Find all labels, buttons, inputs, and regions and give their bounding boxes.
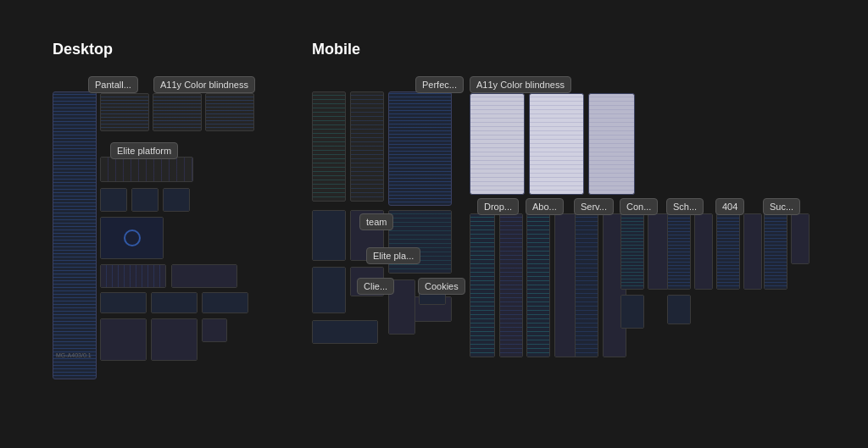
badge-cookies: Cookies (418, 278, 465, 295)
sch-frame-3 (667, 295, 691, 324)
con-frame-3 (620, 295, 644, 329)
serv-frame-1 (575, 213, 598, 357)
badge-abo: Abo... (526, 198, 564, 215)
mobile-frame-3 (312, 210, 346, 261)
desktop-frame-8 (100, 217, 164, 259)
desktop-frame-label: MG-A403/0.1 (56, 352, 92, 358)
badge-elite-mobile: Elite pla... (366, 247, 420, 264)
badge-desktop-a11y: A11y Color blindness (153, 76, 255, 93)
badge-perfec: Perfec... (415, 76, 464, 93)
badge-elite-desktop: Elite platform (110, 142, 178, 159)
badge-suc: Suc... (763, 198, 800, 215)
mobile-label: Mobile (312, 41, 360, 58)
a11y-frame-3 (588, 93, 635, 195)
a11y-frame-1 (470, 93, 525, 195)
desktop-frame-2 (153, 93, 202, 131)
mobile-frame-5 (312, 267, 346, 313)
con-frame-1 (620, 213, 644, 290)
abo-frame-1 (526, 213, 550, 357)
drop-frame-2 (499, 213, 523, 357)
desktop-frame-16 (202, 318, 227, 342)
desktop-frame-9 (100, 264, 166, 288)
badge-team: team (359, 213, 393, 230)
desktop-frame-7 (163, 188, 190, 212)
desktop-label: Desktop (53, 41, 113, 58)
desktop-frame-3 (205, 93, 254, 131)
mobile-big-frame-1 (388, 91, 452, 206)
desktop-frame-15 (151, 318, 198, 361)
desktop-main-frame (53, 91, 97, 379)
sch-frame-2 (694, 213, 713, 290)
desktop-frame-13 (202, 292, 248, 313)
f404-frame-1 (716, 213, 740, 290)
badge-drop: Drop... (477, 198, 519, 215)
suc-frame-1 (764, 213, 787, 290)
badge-serv: Serv... (574, 198, 614, 215)
mobile-frame-2 (350, 91, 384, 202)
badge-404: 404 (715, 198, 744, 215)
badge-pantall: Pantall... (88, 76, 138, 93)
sch-frame-1 (667, 213, 691, 290)
desktop-frame-4 (100, 157, 193, 182)
desktop-frame-11 (100, 292, 147, 313)
con-frame-2 (648, 213, 669, 290)
desktop-frame-5 (100, 188, 127, 212)
desktop-frame-6 (131, 188, 159, 212)
main-canvas: Desktop Mobile Pantall... A11y Color bli… (0, 0, 868, 448)
suc-frame-2 (791, 213, 810, 264)
desktop-frame-12 (151, 292, 198, 313)
desktop-frame-1 (100, 93, 149, 131)
mobile-frame-8 (312, 320, 378, 344)
drop-frame-1 (470, 213, 495, 357)
f404-frame-2 (743, 213, 762, 290)
badge-sch: Sch... (666, 198, 704, 215)
badge-clie: Clie... (357, 278, 394, 295)
a11y-frame-2 (529, 93, 584, 195)
mobile-frame-1 (312, 91, 346, 202)
badge-mobile-a11y: A11y Color blindness (470, 76, 571, 93)
desktop-frame-10 (171, 264, 237, 288)
badge-con: Con... (620, 198, 658, 215)
desktop-frame-14 (100, 318, 147, 361)
